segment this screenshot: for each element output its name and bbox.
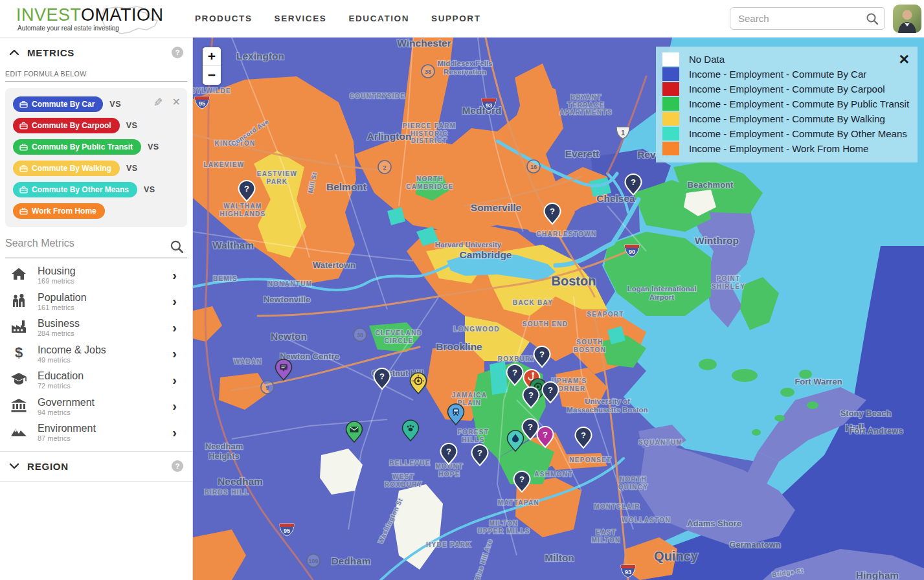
chevron-down-icon — [9, 463, 19, 469]
zoom-in-button[interactable]: + — [203, 47, 221, 66]
briefcase-icon — [19, 207, 28, 215]
map-label: Somerville — [471, 202, 522, 213]
map-label: MONTCLAIR — [594, 503, 640, 510]
map-label: NEPONSET — [569, 456, 611, 463]
category-environment[interactable]: Environment87 metrics› — [0, 419, 192, 446]
metric-chip-label: Commute By Carpool — [32, 121, 111, 130]
zoom-out-button[interactable]: − — [203, 66, 221, 85]
legend-swatch — [662, 142, 679, 155]
category-population[interactable]: Population161 metrics› — [0, 289, 192, 315]
question-icon: ? — [581, 430, 586, 440]
map-label: Arlington — [367, 131, 412, 142]
map-label: Winthrop — [695, 235, 739, 246]
metric-chip[interactable]: Commute By Public Transit — [13, 139, 141, 155]
region-header[interactable]: REGION ? — [0, 452, 192, 482]
paw-icon — [409, 428, 413, 432]
remove-formula-icon[interactable]: ✕ — [172, 96, 181, 109]
harbor-island — [807, 401, 818, 409]
metric-chip[interactable]: Work From Home — [13, 203, 105, 219]
map-label: WABAN — [234, 358, 262, 365]
legend-close-icon[interactable]: ✕ — [898, 53, 910, 66]
category-income-jobs[interactable]: $Income & Jobs49 metrics› — [0, 341, 192, 368]
map-label: Middlesex FellsReservation — [437, 60, 492, 76]
route-shield: 38 — [422, 65, 434, 78]
svg-text:90: 90 — [629, 249, 635, 255]
svg-text:95: 95 — [199, 100, 205, 107]
metric-chip[interactable]: Commute By Car — [13, 96, 103, 112]
nav-item-products[interactable]: PRODUCTS — [195, 14, 253, 23]
map-canvas[interactable]: LexingtonWinchesterMiddlesex FellsReserv… — [193, 38, 924, 580]
nav-item-services[interactable]: SERVICES — [275, 14, 327, 23]
global-search-input[interactable] — [738, 13, 864, 24]
map-label: Dedham — [331, 555, 370, 566]
people-icon — [9, 293, 28, 310]
question-icon: ? — [512, 368, 517, 377]
briefcase-icon — [19, 164, 28, 172]
map-label: WALTHAMHIGHLANDS — [220, 203, 265, 218]
search-icon[interactable] — [865, 12, 879, 26]
map-label: BIRDS HILL — [204, 489, 249, 496]
category-name: Government — [38, 397, 95, 408]
category-government[interactable]: Government94 metrics› — [0, 394, 192, 420]
map-label: ROXBURY — [498, 355, 536, 362]
svg-text:1: 1 — [621, 129, 625, 137]
svg-text:2: 2 — [383, 164, 386, 171]
question-icon: ? — [519, 474, 524, 484]
metric-chip[interactable]: Commute By Carpool — [13, 118, 120, 133]
metric-chip[interactable]: Commute By Walking — [13, 161, 120, 176]
graduation-cap-icon — [9, 372, 28, 388]
legend-item: Income - Employment - Commute By Other M… — [662, 127, 911, 140]
category-count: 49 metrics — [38, 356, 106, 364]
question-icon: ? — [548, 385, 553, 395]
metric-chip-label: Commute By Public Transit — [32, 142, 133, 151]
metrics-title: METRICS — [27, 47, 74, 58]
map-label: Watertown — [313, 260, 355, 270]
harbor-island — [780, 388, 794, 397]
map-label: POINTSHIRLEY — [712, 275, 745, 290]
category-count: 87 metrics — [38, 434, 96, 442]
legend-item: Income - Employment - Commute By Carpool — [662, 82, 911, 96]
map-label: NONANTUM — [268, 280, 313, 287]
briefcase-icon — [19, 186, 28, 194]
formula-row: Commute By WalkingVS — [13, 161, 181, 176]
map-label: Belmont — [326, 181, 366, 192]
map-label: Harvard University — [435, 241, 502, 249]
harbor-island — [774, 415, 785, 421]
map-label: Cambridge — [460, 249, 512, 260]
briefcase-icon — [19, 122, 28, 129]
metrics-header[interactable]: METRICS ? — [0, 38, 192, 67]
map-label: Milton — [545, 552, 574, 563]
category-education[interactable]: Education72 metrics› — [0, 367, 192, 394]
map-label: IDYLWILDE — [193, 87, 231, 95]
map-label: CHARLESTOWN — [536, 230, 596, 238]
category-business[interactable]: Business284 metrics› — [0, 315, 192, 341]
chevron-up-icon — [9, 49, 19, 56]
category-name: Environment — [38, 423, 96, 434]
legend-label: Income - Employment - Commute By Other M… — [689, 128, 907, 139]
category-name: Income & Jobs — [38, 344, 106, 355]
user-avatar[interactable] — [893, 5, 921, 33]
metric-search-icon[interactable] — [169, 239, 185, 254]
edit-formula-icon[interactable]: ✎ — [153, 96, 163, 109]
region-help-icon[interactable]: ? — [172, 460, 183, 472]
logo[interactable]: INVESTOMATION Automate your real estate … — [16, 3, 165, 35]
svg-text:$: $ — [15, 345, 23, 361]
legend-item: Income - Employment - Commute By Public … — [662, 97, 911, 111]
metrics-help-icon[interactable]: ? — [172, 47, 183, 58]
category-housing[interactable]: Housing169 metrics› — [0, 262, 192, 289]
train-icon — [453, 408, 459, 415]
metric-search — [5, 238, 187, 258]
nav-item-support[interactable]: SUPPORT — [431, 14, 480, 23]
chevron-right-icon: › — [172, 294, 177, 309]
metric-chip[interactable]: Commute By Other Means — [13, 182, 137, 197]
map-label: Brookline — [436, 341, 482, 352]
metric-search-input[interactable] — [5, 238, 167, 249]
legend-swatch — [662, 97, 679, 111]
legend-swatch — [662, 52, 679, 66]
vs-label: VS — [109, 100, 121, 109]
bank-icon — [9, 398, 28, 415]
map-label: Fort Warren — [794, 377, 842, 386]
nav-item-education[interactable]: EDUCATION — [348, 14, 409, 23]
question-icon: ? — [528, 422, 533, 432]
svg-text:9: 9 — [265, 385, 269, 391]
